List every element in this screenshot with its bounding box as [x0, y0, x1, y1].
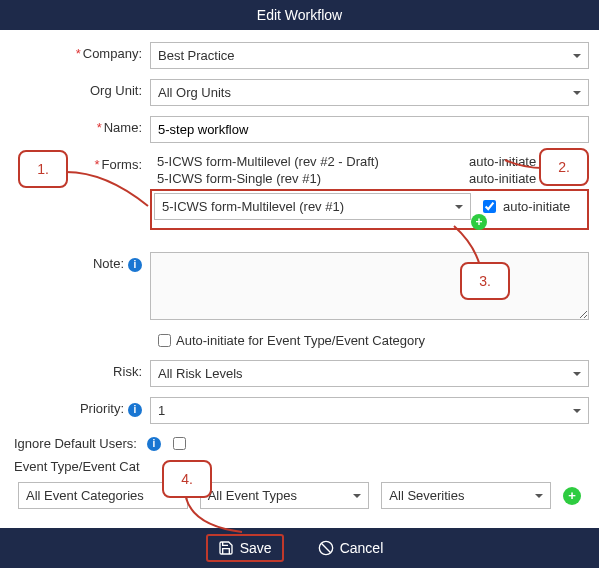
callout-3: 3.: [460, 262, 510, 300]
auto-initiate-checkbox-wrap[interactable]: auto-initiate: [475, 197, 585, 216]
company-label: *Company:: [10, 42, 150, 61]
company-select[interactable]: Best Practice: [150, 42, 589, 69]
name-label: *Name:: [10, 116, 150, 135]
form-row-name: 5-ICWS form-Single (rev #1): [150, 171, 469, 186]
orgunit-label: Org Unit:: [10, 79, 150, 98]
save-icon: [218, 540, 234, 556]
priority-label: Priority:i: [10, 397, 150, 417]
callout-2: 2.: [539, 148, 589, 186]
add-filter-plus-icon[interactable]: +: [563, 487, 581, 505]
ignore-label: Ignore Default Users:: [14, 436, 137, 451]
priority-select[interactable]: 1: [150, 397, 589, 424]
auto-initiate-label: auto-initiate: [503, 199, 570, 214]
cancel-icon: [318, 540, 334, 556]
add-form-plus-icon[interactable]: +: [471, 214, 487, 230]
event-type-select[interactable]: All Event Types: [200, 482, 370, 509]
info-icon[interactable]: i: [147, 437, 161, 451]
svg-line-1: [321, 543, 330, 552]
event-type-section-label: Event Type/Event Cat: [14, 459, 589, 474]
dialog-title: Edit Workflow: [0, 0, 599, 30]
risk-label: Risk:: [10, 360, 150, 379]
note-label: Note:i: [10, 252, 150, 272]
info-icon[interactable]: i: [128, 403, 142, 417]
risk-select[interactable]: All Risk Levels: [150, 360, 589, 387]
add-form-highlight-box: 5-ICWS form-Multilevel (rev #1) auto-ini…: [150, 189, 589, 230]
callout-4: 4.: [162, 460, 212, 498]
orgunit-select[interactable]: All Org Units: [150, 79, 589, 106]
auto-initiate-checkbox[interactable]: [483, 200, 496, 213]
severity-select[interactable]: All Severities: [381, 482, 551, 509]
add-form-select[interactable]: 5-ICWS form-Multilevel (rev #1): [154, 193, 471, 220]
info-icon[interactable]: i: [128, 258, 142, 272]
auto-event-label: Auto-initiate for Event Type/Event Categ…: [176, 333, 425, 348]
dialog-footer: Save Cancel: [0, 528, 599, 568]
cancel-button[interactable]: Cancel: [308, 536, 394, 560]
name-input[interactable]: [150, 116, 589, 143]
callout-1: 1.: [18, 150, 68, 188]
auto-event-checkbox[interactable]: [158, 334, 171, 347]
auto-event-checkbox-wrap[interactable]: Auto-initiate for Event Type/Event Categ…: [158, 333, 589, 348]
save-button[interactable]: Save: [206, 534, 284, 562]
form-row-name: 5-ICWS form-Multilevel (rev #2 - Draft): [150, 154, 469, 169]
ignore-checkbox[interactable]: [173, 437, 186, 450]
note-textarea[interactable]: [150, 252, 589, 320]
